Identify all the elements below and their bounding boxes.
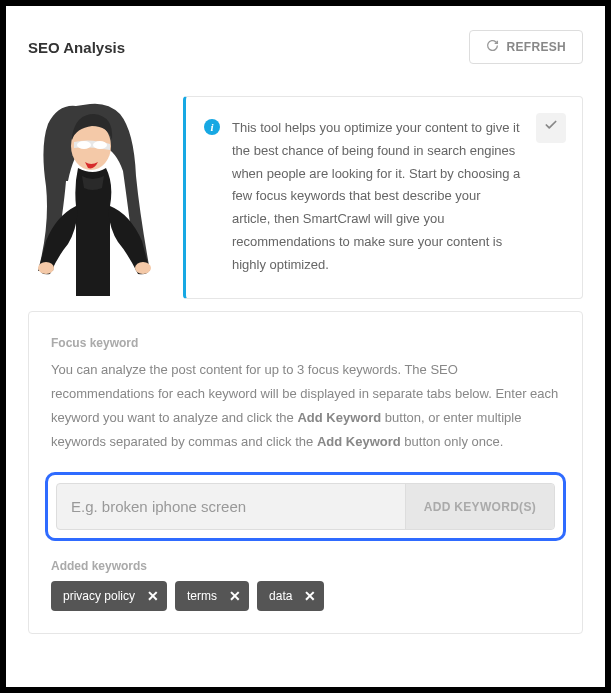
page-title: SEO Analysis [28,39,125,56]
tag-label: privacy policy [63,589,135,603]
panel-header: SEO Analysis REFRESH [28,30,583,64]
keyword-tags: privacy policy ✕ terms ✕ data ✕ [51,581,560,611]
keyword-tag[interactable]: data ✕ [257,581,324,611]
focus-keyword-description: You can analyze the post content for up … [51,358,560,454]
add-keyword-button[interactable]: ADD KEYWORD(S) [405,484,554,529]
added-keywords-label: Added keywords [51,559,560,573]
dismiss-button[interactable] [536,113,566,143]
svg-point-2 [93,141,107,149]
remove-tag-button[interactable]: ✕ [296,581,324,611]
svg-point-4 [135,262,151,274]
refresh-icon [486,39,499,55]
remove-tag-button[interactable]: ✕ [221,581,249,611]
info-icon: i [204,119,220,135]
keyword-input-highlight: ADD KEYWORD(S) [45,472,566,541]
focus-keyword-label: Focus keyword [51,336,560,350]
info-notice: i This tool helps you optimize your cont… [183,96,583,299]
keyword-input[interactable] [57,484,405,529]
avatar [28,96,163,301]
check-icon [544,117,558,140]
tag-label: terms [187,589,217,603]
keyword-tag[interactable]: terms ✕ [175,581,249,611]
close-icon: ✕ [229,588,241,604]
tag-label: data [269,589,292,603]
refresh-button[interactable]: REFRESH [469,30,583,64]
focus-keyword-section: Focus keyword You can analyze the post c… [28,311,583,634]
seo-analysis-panel: SEO Analysis REFRESH [6,6,605,687]
svg-point-3 [38,262,54,274]
info-text: This tool helps you optimize your conten… [232,117,560,276]
keyword-tag[interactable]: privacy policy ✕ [51,581,167,611]
keyword-input-row: ADD KEYWORD(S) [56,483,555,530]
close-icon: ✕ [304,588,316,604]
refresh-label: REFRESH [507,40,566,54]
remove-tag-button[interactable]: ✕ [139,581,167,611]
svg-point-1 [77,141,91,149]
close-icon: ✕ [147,588,159,604]
